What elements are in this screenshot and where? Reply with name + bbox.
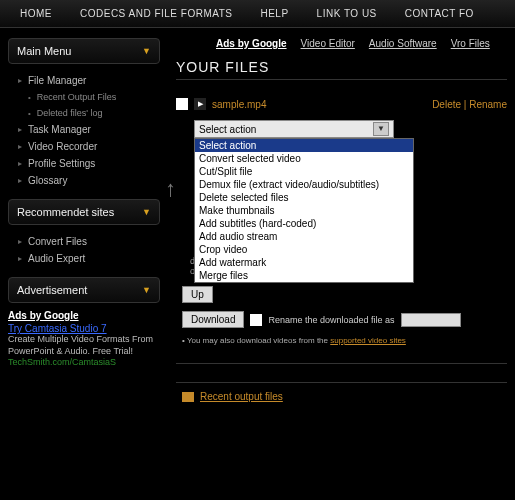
sidebar-item-glossary[interactable]: Glossary <box>10 172 160 189</box>
select-value: Select action <box>199 124 256 135</box>
sidebar-item-convert-files[interactable]: Convert Files <box>10 233 160 250</box>
main-menu-title: Main Menu <box>17 45 71 57</box>
delete-link[interactable]: Delete <box>432 99 461 110</box>
advertisement-header[interactable]: Advertisement ▼ <box>8 277 160 303</box>
advertisement-title: Advertisement <box>17 284 87 296</box>
recent-output-link[interactable]: Recent output files <box>200 391 283 402</box>
nav-codecs[interactable]: CODECS AND FILE FORMATS <box>66 8 246 19</box>
rename-checkbox[interactable] <box>250 314 262 326</box>
sidebar-item-recent-output[interactable]: Recent Output Files <box>10 89 160 105</box>
file-name[interactable]: sample.mp4 <box>212 99 266 110</box>
sidebar-item-video-recorder[interactable]: Video Recorder <box>10 138 160 155</box>
up-arrow-icon: ↑ <box>165 176 176 202</box>
sidebar-item-audio-expert[interactable]: Audio Expert <box>10 250 160 267</box>
rename-label: Rename the downloaded file as <box>268 315 394 325</box>
option-delete[interactable]: Delete selected files <box>195 191 413 204</box>
option-merge[interactable]: Merge files <box>195 269 413 282</box>
ads-by-google-label: Ads by Google <box>8 310 79 321</box>
rename-input[interactable] <box>401 313 461 327</box>
folder-icon <box>182 392 194 402</box>
recommended-title: Recommendet sites <box>17 206 114 218</box>
nav-home[interactable]: HOME <box>6 8 66 19</box>
sidebar-item-task-manager[interactable]: Task Manager <box>10 121 160 138</box>
nav-contact[interactable]: CONTACT FO <box>391 8 488 19</box>
sidebar-item-deleted-log[interactable]: Deleted files' log <box>10 105 160 121</box>
supported-sites-link[interactable]: supported video sites <box>330 336 406 345</box>
action-dropdown: Select action Convert selected video Cut… <box>194 138 414 283</box>
ad-link-video-editor[interactable]: Video Editor <box>301 38 355 49</box>
option-crop[interactable]: Crop video <box>195 243 413 256</box>
ad-body: Create Multiple Video Formats From Power… <box>8 334 160 357</box>
dropdown-button-icon[interactable]: ▼ <box>373 122 389 136</box>
option-cut-split[interactable]: Cut/Split file <box>195 165 413 178</box>
separator <box>176 363 507 364</box>
ad-link-audio-software[interactable]: Audio Software <box>369 38 437 49</box>
download-button[interactable]: Download <box>182 311 244 328</box>
sidebar-item-file-manager[interactable]: File Manager <box>10 72 160 89</box>
chevron-down-icon: ▼ <box>142 285 151 295</box>
option-convert[interactable]: Convert selected video <box>195 152 413 165</box>
ads-label: Ads by Google <box>216 38 287 49</box>
top-nav: HOME CODECS AND FILE FORMATS HELP LINK T… <box>0 0 515 28</box>
ad-url[interactable]: TechSmith.com/CamtasiaS <box>8 357 160 367</box>
chevron-down-icon: ▼ <box>142 207 151 217</box>
option-select-action[interactable]: Select action <box>195 139 413 152</box>
ad-link-vro-files[interactable]: Vro Files <box>451 38 490 49</box>
action-select[interactable]: Select action ▼ <box>194 120 394 138</box>
file-checkbox[interactable] <box>176 98 188 110</box>
option-subtitles[interactable]: Add subtitles (hard-coded) <box>195 217 413 230</box>
option-audio-stream[interactable]: Add audio stream <box>195 230 413 243</box>
chevron-down-icon: ▼ <box>142 46 151 56</box>
main-content: Ads by Google Video Editor Audio Softwar… <box>168 28 515 412</box>
nav-link[interactable]: LINK TO US <box>303 8 391 19</box>
rename-link[interactable]: Rename <box>469 99 507 110</box>
option-demux[interactable]: Demux file (extract video/audio/subtitle… <box>195 178 413 191</box>
option-watermark[interactable]: Add watermark <box>195 256 413 269</box>
tip-text: You may also download videos from the <box>187 336 330 345</box>
page-title: YOUR FILES <box>176 59 507 80</box>
sidebar-item-profile-settings[interactable]: Profile Settings <box>10 155 160 172</box>
option-thumbnails[interactable]: Make thumbnails <box>195 204 413 217</box>
play-icon[interactable]: ▶ <box>194 98 206 110</box>
recommended-header[interactable]: Recommendet sites ▼ <box>8 199 160 225</box>
main-menu-header[interactable]: Main Menu ▼ <box>8 38 160 64</box>
separator <box>176 382 507 383</box>
ad-title-link[interactable]: Try Camtasia Studio 7 <box>8 323 160 334</box>
upload-button[interactable]: Up <box>182 286 213 303</box>
nav-help[interactable]: HELP <box>246 8 302 19</box>
sidebar: Main Menu ▼ File Manager Recent Output F… <box>0 28 168 412</box>
